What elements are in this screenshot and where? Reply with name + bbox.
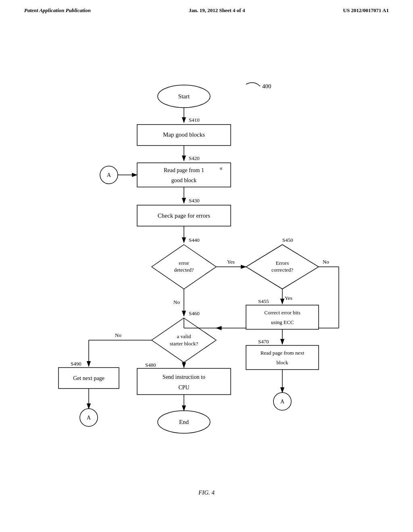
s460-label: S460: [189, 310, 200, 316]
s490-text: Get next page: [73, 375, 104, 381]
s420-text-line2: good block: [171, 177, 197, 183]
s450-text-line1: Errors: [276, 260, 289, 266]
s440-text-line2: detected?: [174, 267, 194, 273]
s420-label: S420: [189, 155, 200, 161]
header-publication-type: Patent Application Publication: [24, 7, 91, 14]
s420-box: [137, 163, 231, 187]
s450-label: S450: [282, 237, 293, 243]
s410-text: Map good blocks: [163, 131, 205, 138]
s430-text: Check page for errors: [158, 212, 211, 219]
s460-text-line2: starter block?: [170, 341, 198, 347]
s440-yes-label: Yes: [227, 259, 235, 265]
s480-text-line1: Send instruction to: [163, 374, 205, 380]
end-label: End: [179, 419, 189, 425]
ref-number: 400: [262, 83, 271, 89]
flowchart-diagram: 400 Start S410 Map good blocks S420 Read…: [0, 22, 413, 485]
s455-box: [246, 305, 319, 329]
s470-label: S470: [258, 339, 269, 345]
s470-text-line1: Read page from next: [261, 350, 305, 356]
s440-no-label: No: [173, 299, 180, 305]
start-label: Start: [178, 93, 190, 100]
s420-superscript: st: [220, 166, 223, 170]
s450-no-label: No: [323, 259, 329, 265]
s470-box: [246, 345, 319, 370]
s480-label: S480: [145, 362, 156, 368]
s480-text-line2: CPU: [178, 384, 189, 391]
s490-label: S490: [71, 361, 81, 367]
s420-text-line1: Read page from 1: [164, 167, 204, 173]
s410-label: S410: [189, 117, 200, 123]
s455-label: S455: [258, 298, 269, 304]
s455-text-line2: using ECC: [271, 319, 294, 325]
s480-box: [137, 368, 231, 395]
s470-text-line2: block: [277, 360, 288, 366]
s460-no-label: No: [115, 332, 121, 338]
s440-label: S440: [189, 237, 200, 243]
connector-a-bottom-left-label: A: [87, 415, 91, 421]
s460-text-line1: a valid: [177, 333, 191, 339]
page-header: Patent Application Publication Jan. 19, …: [0, 0, 413, 18]
flowchart-svg: 400 Start S410 Map good blocks S420 Read…: [0, 22, 413, 485]
figure-label: FIG. 4: [0, 489, 413, 504]
s450-text-line2: corrected?: [271, 267, 293, 273]
header-date-sheet: Jan. 19, 2012 Sheet 4 of 4: [189, 7, 245, 14]
connector-a-right-label: A: [280, 399, 285, 405]
s450-yes-label: Yes: [285, 295, 292, 301]
s455-text-line1: Correct error bits: [264, 310, 300, 316]
s430-label: S430: [189, 197, 200, 204]
header-patent-number: US 2012/0017071 A1: [343, 7, 389, 14]
s440-text-line1: error: [179, 260, 189, 266]
connector-a-top-label: A: [107, 172, 111, 178]
